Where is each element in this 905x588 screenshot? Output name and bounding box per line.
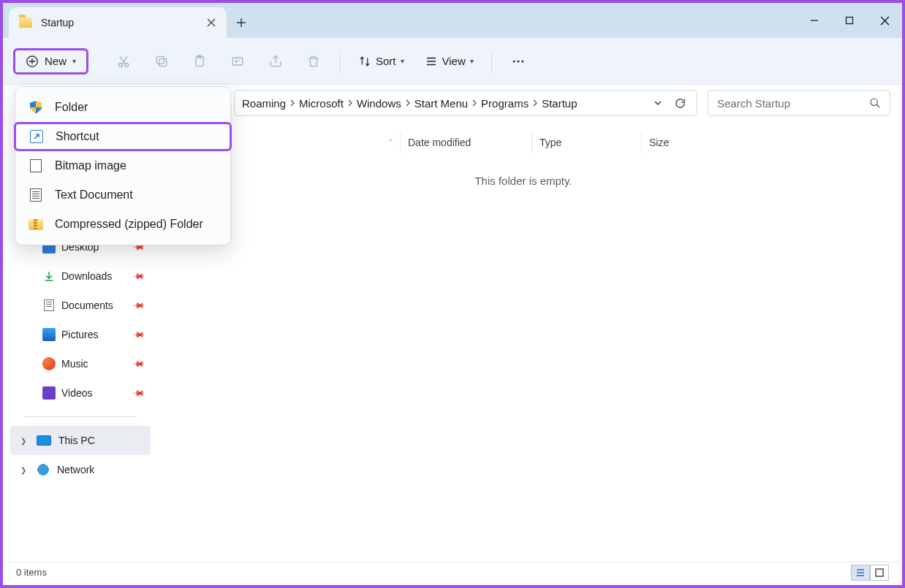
chevron-down-icon: ▾	[72, 57, 76, 65]
search-box[interactable]	[708, 90, 890, 116]
chevron-right-icon	[471, 99, 478, 107]
zip-folder-icon	[29, 219, 43, 230]
shield-icon	[30, 101, 42, 114]
window-tab-startup[interactable]: Startup	[9, 7, 227, 38]
pin-icon: 📌	[131, 386, 145, 400]
new-button[interactable]: New ▾	[13, 48, 88, 75]
svg-point-3	[125, 63, 129, 66]
text-document-icon	[30, 188, 42, 202]
music-icon	[42, 357, 56, 370]
new-menu: Folder Shortcut Bitmap image Text Docume…	[15, 86, 231, 245]
breadcrumb-item[interactable]: Windows	[357, 97, 401, 110]
more-button[interactable]	[502, 47, 534, 76]
maximize-button[interactable]	[832, 3, 867, 38]
menu-item-shortcut[interactable]: Shortcut	[14, 122, 232, 151]
sort-label: Sort	[376, 55, 396, 67]
breadcrumb-dropdown-button[interactable]	[654, 99, 662, 107]
nav-item-documents[interactable]: Documents 📌	[10, 291, 151, 320]
chevron-down-icon: ▾	[401, 57, 404, 65]
title-bar: Startup	[3, 3, 902, 38]
status-bar: 0 items	[6, 562, 899, 582]
videos-icon	[42, 386, 56, 400]
nav-item-music[interactable]: Music 📌	[10, 349, 151, 378]
pc-icon	[37, 435, 51, 446]
window-controls	[797, 3, 902, 38]
breadcrumb[interactable]: Roaming Microsoft Windows Start Menu Pro…	[234, 90, 697, 116]
breadcrumb-item[interactable]: Microsoft	[299, 97, 344, 110]
empty-folder-message: This folder is empty.	[159, 175, 887, 187]
close-tab-button[interactable]	[206, 18, 216, 28]
svg-rect-13	[876, 569, 883, 576]
menu-item-bitmap[interactable]: Bitmap image	[15, 151, 230, 180]
svg-point-2	[118, 63, 122, 66]
view-mode-switcher	[851, 565, 889, 581]
chevron-right-icon	[347, 99, 354, 107]
new-tab-button[interactable]	[227, 7, 256, 38]
cut-button[interactable]	[107, 47, 140, 76]
close-window-button[interactable]	[867, 3, 902, 38]
delete-button[interactable]	[298, 47, 330, 76]
menu-item-folder[interactable]: Folder	[15, 93, 230, 122]
chevron-down-icon: ▾	[470, 57, 474, 65]
command-bar: New ▾ Sort ▾ View ▾	[3, 38, 902, 85]
svg-point-11	[521, 60, 523, 62]
column-size[interactable]: Size	[642, 131, 722, 153]
breadcrumb-item[interactable]: Start Menu	[414, 97, 468, 110]
column-headers: Name ˄ Date modified Type Size	[159, 131, 887, 153]
separator	[340, 50, 341, 72]
breadcrumb-item[interactable]: Startup	[542, 97, 577, 110]
network-icon	[37, 463, 50, 476]
breadcrumb-item[interactable]: Roaming	[242, 97, 286, 110]
svg-rect-4	[159, 58, 167, 66]
sort-asc-icon: ˄	[389, 139, 393, 146]
search-input[interactable]	[717, 97, 869, 110]
menu-item-compressed-folder[interactable]: Compressed (zipped) Folder	[15, 210, 230, 239]
nav-item-network[interactable]: ❯ Network	[10, 455, 151, 484]
pin-icon: 📌	[131, 356, 145, 370]
svg-point-9	[512, 60, 515, 62]
view-label: View	[442, 55, 466, 67]
document-icon	[44, 299, 54, 311]
download-icon	[42, 270, 56, 283]
separator	[491, 50, 492, 72]
tab-title: Startup	[41, 17, 197, 28]
nav-item-videos[interactable]: Videos 📌	[10, 378, 151, 408]
shortcut-icon	[30, 130, 43, 143]
pictures-icon	[42, 328, 56, 341]
chevron-right-icon	[404, 99, 412, 107]
share-button[interactable]	[260, 47, 292, 76]
nav-item-pictures[interactable]: Pictures 📌	[10, 320, 151, 349]
column-type[interactable]: Type	[532, 131, 642, 153]
refresh-button[interactable]	[674, 97, 686, 110]
pin-icon: 📌	[131, 269, 145, 283]
bitmap-icon	[30, 159, 42, 172]
nav-item-this-pc[interactable]: ❯ This PC	[10, 426, 151, 455]
nav-item-downloads[interactable]: Downloads 📌	[10, 261, 151, 291]
pin-icon: 📌	[131, 327, 145, 341]
paste-button[interactable]	[183, 47, 216, 76]
menu-item-text-document[interactable]: Text Document	[15, 180, 230, 210]
svg-point-10	[517, 60, 519, 62]
column-date-modified[interactable]: Date modified	[401, 131, 532, 153]
sort-button[interactable]: Sort ▾	[351, 47, 412, 76]
item-count: 0 items	[16, 567, 47, 578]
chevron-right-icon[interactable]: ❯	[20, 466, 29, 474]
breadcrumb-item[interactable]: Programs	[481, 97, 529, 110]
chevron-right-icon[interactable]: ❯	[20, 437, 29, 445]
view-button[interactable]: View ▾	[417, 47, 481, 76]
folder-icon	[19, 18, 32, 28]
details-view-button[interactable]	[851, 565, 870, 581]
new-button-label: New	[45, 55, 67, 67]
search-icon[interactable]	[869, 97, 881, 109]
rename-button[interactable]	[221, 47, 254, 76]
chevron-right-icon	[531, 99, 539, 107]
navigation-pane: Desktop 📌 Downloads 📌 Documents 📌 Pictur…	[6, 226, 155, 490]
chevron-right-icon	[289, 99, 296, 107]
pin-icon: 📌	[131, 298, 145, 312]
svg-rect-0	[847, 18, 853, 24]
minimize-button[interactable]	[797, 3, 832, 38]
svg-rect-5	[156, 56, 164, 64]
thumbnails-view-button[interactable]	[870, 565, 889, 581]
svg-point-12	[871, 99, 877, 105]
copy-button[interactable]	[145, 47, 178, 76]
